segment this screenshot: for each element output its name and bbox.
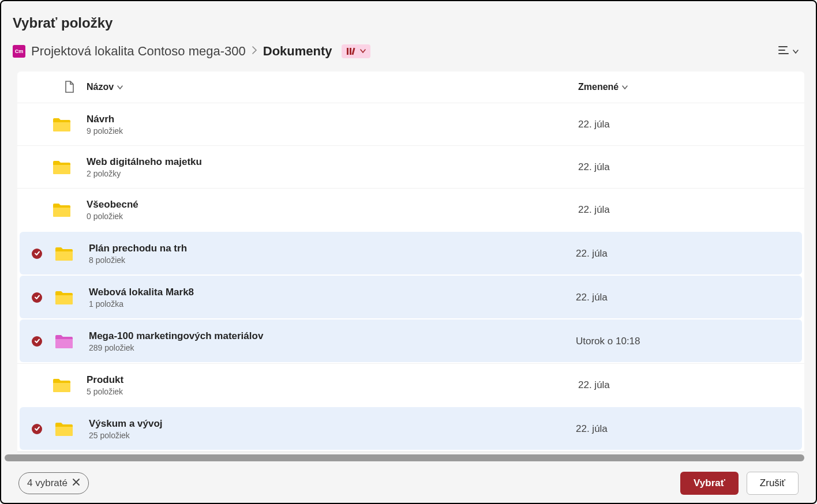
name-cell: Webová lokalita Mark81 položka [89,287,576,309]
select-button[interactable]: Vybrať [680,472,739,495]
svg-rect-1 [350,48,351,55]
footer-buttons: Vybrať Zrušiť [680,472,799,495]
clear-selection-icon[interactable] [72,477,80,489]
column-headers: Názov Zmenené [17,72,804,103]
column-header-name-label: Názov [87,82,114,92]
modified-cell: 22. júla [576,423,795,435]
breadcrumb: Cm Projektová lokalita Contoso mega-300 … [13,44,370,59]
table-row[interactable]: Webová lokalita Mark81 položka22. júla [20,276,802,318]
view-options-button[interactable] [772,42,804,61]
select-items-dialog: Vybrať položky Cm Projektová lokalita Co… [0,0,817,504]
name-cell: Výskum a vývoj25 položiek [89,418,576,440]
folder-icon [54,333,74,349]
folder-name[interactable]: Výskum a vývoj [89,418,576,430]
folder-item-count: 1 položka [89,299,576,309]
column-header-modified-label: Zmenené [578,82,619,92]
dialog-title: Vybrať položky [1,1,816,42]
selection-pill[interactable]: 4 vybraté [18,472,89,494]
modified-cell: 22. júla [576,292,795,303]
rows-container: Návrh9 položiek22. júla Web digitálneho … [17,103,804,450]
library-dropdown[interactable] [342,44,370,58]
list-view-icon [778,45,790,58]
modified-cell: 22. júla [578,161,797,173]
table-row[interactable]: Návrh9 položiek22. júla [17,103,804,145]
folder-name[interactable]: Mega-100 marketingových materiálov [89,330,576,342]
folder-item-count: 25 položiek [89,431,576,440]
chevron-down-icon [793,46,799,57]
svg-rect-0 [347,48,348,55]
site-icon: Cm [13,45,25,58]
row-select-cell[interactable] [20,336,54,347]
modified-cell: 22. júla [578,379,797,391]
selected-check-icon [32,249,42,259]
folder-icon [52,116,72,133]
table-row[interactable]: Výskum a vývoj25 položiek22. júla [20,407,802,450]
row-select-cell[interactable] [20,292,54,303]
table-row[interactable]: Mega-100 marketingových materiálov289 po… [20,319,802,362]
modified-cell: Utorok o 10:18 [576,336,795,347]
folder-icon [52,202,72,218]
folder-item-count: 5 položiek [87,387,578,396]
folder-name[interactable]: Všeobecné [87,199,578,210]
folder-icon [54,421,74,437]
selection-count-label: 4 vybraté [27,477,68,489]
chevron-down-icon [360,49,366,54]
table-row[interactable]: Web digitálneho majetku2 položky22. júla [17,145,804,188]
selected-check-icon [32,424,42,434]
table-row[interactable]: Produkt5 položiek22. júla [17,363,804,406]
folder-icon [54,289,74,306]
breadcrumb-site[interactable]: Projektová lokalita Contoso mega-300 [31,44,246,59]
name-cell: Plán prechodu na trh8 položiek [89,243,576,265]
folder-item-count: 289 položiek [89,343,576,352]
table-row[interactable]: Všeobecné0 položiek22. júla [17,188,804,231]
library-icon [346,46,357,57]
folder-name[interactable]: Produkt [87,374,578,386]
folder-icon [52,159,72,175]
row-select-cell[interactable] [20,249,54,259]
folder-icon [52,377,72,393]
dialog-footer: 4 vybraté Vybrať Zrušiť [1,461,816,503]
folder-name[interactable]: Plán prechodu na trh [89,243,576,254]
folder-icon [54,246,74,262]
name-cell: Mega-100 marketingových materiálov289 po… [89,330,576,352]
column-header-modified[interactable]: Zmenené [578,82,797,92]
name-cell: Návrh9 položiek [87,114,578,136]
folder-item-count: 2 položky [87,169,578,178]
row-select-cell[interactable] [20,424,54,434]
horizontal-scrollbar[interactable] [5,454,804,461]
folder-item-count: 8 položiek [89,255,576,265]
folder-item-count: 0 položiek [87,212,578,221]
folder-name[interactable]: Návrh [87,114,578,125]
breadcrumb-current[interactable]: Dokumenty [263,44,332,59]
folder-name[interactable]: Webová lokalita Mark8 [89,287,576,298]
modified-cell: 22. júla [578,119,797,130]
name-cell: Všeobecné0 položiek [87,199,578,221]
modified-cell: 22. júla [576,248,795,259]
folder-name[interactable]: Web digitálneho majetku [87,156,578,168]
column-header-name[interactable]: Názov [87,82,578,92]
modified-cell: 22. júla [578,204,797,216]
breadcrumb-row: Cm Projektová lokalita Contoso mega-300 … [1,42,816,72]
cancel-button[interactable]: Zrušiť [747,472,799,495]
chevron-right-icon [252,46,257,57]
chevron-down-icon [117,82,123,92]
chevron-down-icon [622,82,628,92]
svg-rect-2 [351,48,355,55]
folder-item-count: 9 položiek [87,126,578,136]
selected-check-icon [32,292,42,303]
name-cell: Web digitálneho majetku2 položky [87,156,578,178]
name-cell: Produkt5 položiek [87,374,578,396]
selected-check-icon [32,336,42,347]
file-type-column-icon[interactable] [52,81,87,93]
file-list[interactable]: Názov Zmenené Návrh9 položiek22. júla We… [17,72,804,452]
table-row[interactable]: Plán prechodu na trh8 položiek22. júla [20,232,802,274]
